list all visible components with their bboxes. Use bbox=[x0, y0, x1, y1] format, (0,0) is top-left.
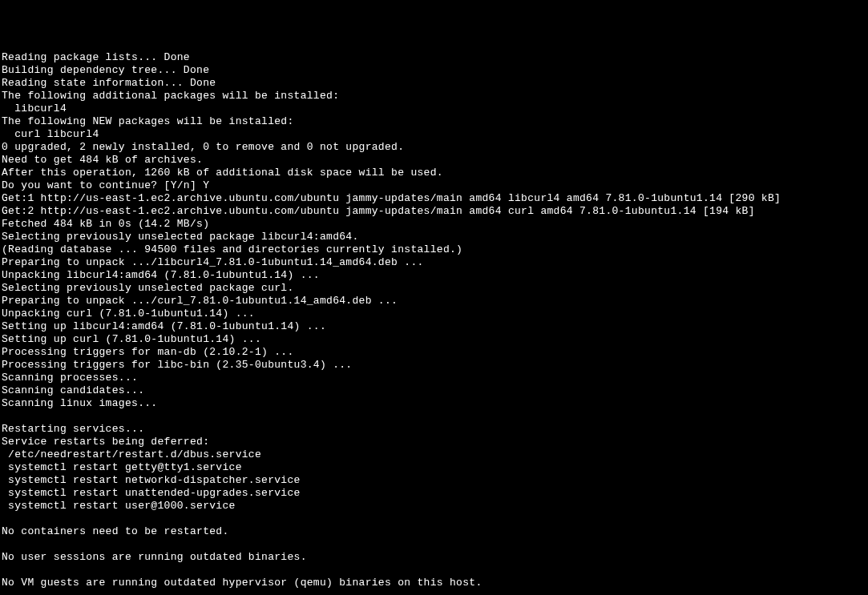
output-line: Get:1 http://us-east-1.ec2.archive.ubunt… bbox=[2, 192, 866, 205]
output-line: Preparing to unpack .../curl_7.81.0-1ubu… bbox=[2, 295, 866, 308]
terminal-output[interactable]: Reading package lists... DoneBuilding de… bbox=[0, 51, 868, 589]
output-line: Processing triggers for libc-bin (2.35-0… bbox=[2, 359, 866, 372]
output-line: (Reading database ... 94500 files and di… bbox=[2, 243, 866, 256]
output-line: No containers need to be restarted. bbox=[2, 525, 866, 538]
output-line: Get:2 http://us-east-1.ec2.archive.ubunt… bbox=[2, 205, 866, 218]
output-line: Setting up libcurl4:amd64 (7.81.0-1ubunt… bbox=[2, 320, 866, 333]
output-line: Unpacking libcurl4:amd64 (7.81.0-1ubuntu… bbox=[2, 269, 866, 282]
output-line: Unpacking curl (7.81.0-1ubuntu1.14) ... bbox=[2, 308, 866, 320]
output-line: Selecting previously unselected package … bbox=[2, 282, 866, 295]
output-line bbox=[2, 410, 866, 423]
output-line: Scanning linux images... bbox=[2, 397, 866, 410]
output-line: systemctl restart unattended-upgrades.se… bbox=[2, 487, 866, 500]
output-line: Service restarts being deferred: bbox=[2, 436, 866, 448]
output-line: Reading state information... Done bbox=[2, 77, 866, 90]
output-line: Scanning processes... bbox=[2, 372, 866, 384]
output-line: Selecting previously unselected package … bbox=[2, 231, 866, 243]
output-line: 0 upgraded, 2 newly installed, 0 to remo… bbox=[2, 141, 866, 154]
output-line: Scanning candidates... bbox=[2, 384, 866, 397]
output-line bbox=[2, 564, 866, 577]
output-line: systemctl restart user@1000.service bbox=[2, 500, 866, 513]
output-line: Need to get 484 kB of archives. bbox=[2, 154, 866, 167]
output-line: No VM guests are running outdated hyperv… bbox=[2, 577, 866, 589]
output-line: Setting up curl (7.81.0-1ubuntu1.14) ... bbox=[2, 333, 866, 346]
output-line: The following additional packages will b… bbox=[2, 90, 866, 103]
output-line bbox=[2, 513, 866, 525]
output-line: Fetched 484 kB in 0s (14.2 MB/s) bbox=[2, 218, 866, 231]
output-line: Building dependency tree... Done bbox=[2, 64, 866, 77]
output-line: The following NEW packages will be insta… bbox=[2, 115, 866, 128]
output-line: systemctl restart getty@tty1.service bbox=[2, 461, 866, 474]
output-line: libcurl4 bbox=[2, 103, 866, 115]
output-line: Restarting services... bbox=[2, 423, 866, 436]
output-line: systemctl restart networkd-dispatcher.se… bbox=[2, 474, 866, 487]
output-line: Processing triggers for man-db (2.10.2-1… bbox=[2, 346, 866, 359]
output-line: Do you want to continue? [Y/n] Y bbox=[2, 179, 866, 192]
output-line: No user sessions are running outdated bi… bbox=[2, 551, 866, 564]
output-line: After this operation, 1260 kB of additio… bbox=[2, 167, 866, 179]
output-line: Preparing to unpack .../libcurl4_7.81.0-… bbox=[2, 256, 866, 269]
output-line: /etc/needrestart/restart.d/dbus.service bbox=[2, 448, 866, 461]
output-line: curl libcurl4 bbox=[2, 128, 866, 141]
output-line: Reading package lists... Done bbox=[2, 51, 866, 64]
output-line bbox=[2, 538, 866, 551]
